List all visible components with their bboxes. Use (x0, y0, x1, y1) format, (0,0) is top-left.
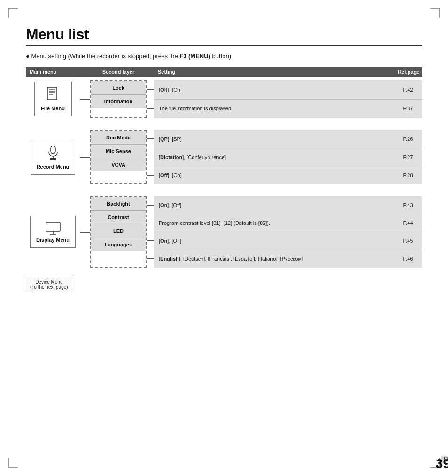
record-menu-section: Record Menu Rec Mode Mic Sense VCVA (26, 130, 422, 184)
display-icon (45, 221, 61, 237)
display-menu-section: Display Menu Backlight Contrast LED Lang… (26, 196, 422, 268)
header-ref: Ref.page (394, 67, 422, 77)
contrast-item: Contrast (91, 211, 146, 224)
bottom-page: 39 (436, 456, 448, 471)
mic-sense-item: Mic Sense (91, 145, 146, 158)
file-menu-section: File Menu Lock Information (26, 80, 422, 118)
title-underline (26, 45, 422, 46)
header-second: Second layer (90, 67, 147, 77)
file-refs: P.42 P.37 (394, 80, 422, 118)
vcva-item: VCVA (91, 158, 146, 171)
file-menu-label: File Menu (41, 106, 65, 111)
file-second-connector (147, 80, 154, 118)
backlight-ref: P.43 (394, 196, 422, 214)
display-refs: P.43 P.44 P.45 P.46 (394, 196, 422, 268)
file-lock-setting: [Off], [On] (154, 80, 394, 100)
rec-mode-setting: [QP], [SP] (154, 130, 394, 148)
display-second-layer: Backlight Contrast LED Languages (90, 196, 147, 268)
svg-rect-5 (51, 146, 55, 154)
display-menu-label: Display Menu (36, 237, 70, 243)
record-menu-box: Record Menu (31, 140, 76, 175)
page-content: Menu list ● Menu setting (While the reco… (26, 26, 422, 450)
file-connector (80, 80, 90, 118)
file-menu-main: File Menu (26, 80, 80, 118)
record-connector (80, 130, 90, 184)
display-menu-box: Display Menu (30, 216, 76, 248)
page-title: Menu list (26, 26, 422, 43)
rec-mode-ref: P.26 (394, 130, 422, 148)
contrast-setting: Program contrast level [01]~[12] (Defaul… (154, 214, 394, 232)
vcva-setting: [Off], [On] (154, 166, 394, 184)
file-menu-box: File Menu (34, 82, 72, 116)
header-bar: Main menu Second layer Setting Ref.page (26, 67, 422, 77)
file-lock-item: Lock (91, 81, 146, 95)
record-settings: [QP], [SP] [Dictation], [Confeuyn.rence]… (154, 130, 394, 184)
mic-sense-ref: P.27 (394, 148, 422, 167)
led-setting: [On], [Off] (154, 232, 394, 250)
header-main: Main menu (26, 67, 80, 77)
record-menu-label: Record Menu (37, 164, 70, 169)
backlight-setting: [On], [Off] (154, 196, 394, 214)
header-setting: Setting (154, 67, 394, 77)
display-settings: [On], [Off] Program contrast level [01]~… (154, 196, 394, 268)
mic-sense-setting: [Dictation], [Confeuyn.rence] (154, 148, 394, 167)
display-menu-main: Display Menu (26, 196, 80, 268)
languages-setting: [English], [Deutsch], [Français], [Españ… (154, 250, 394, 268)
display-connector (80, 196, 90, 268)
led-ref: P.45 (394, 232, 422, 250)
file-info-ref: P.37 (394, 100, 422, 118)
record-refs: P.26 P.27 P.28 (394, 130, 422, 184)
file-lock-ref: P.42 (394, 80, 422, 100)
file-info-setting: The file information is displayed. (154, 100, 394, 118)
corner-mark-bl (8, 458, 18, 468)
file-settings: [Off], [On] The file information is disp… (154, 80, 394, 118)
contrast-ref: P.44 (394, 214, 422, 232)
svg-rect-9 (46, 222, 60, 231)
file-icon (46, 87, 61, 106)
file-second-layer: Lock Information (90, 80, 147, 118)
svg-rect-8 (50, 158, 56, 160)
corner-mark-tl (8, 8, 18, 18)
vcva-ref: P.28 (394, 166, 422, 184)
mic-icon (46, 145, 60, 164)
display-second-connector (147, 196, 154, 268)
rec-mode-item: Rec Mode (91, 131, 146, 145)
record-second-layer: Rec Mode Mic Sense VCVA (90, 130, 147, 184)
backlight-item: Backlight (91, 197, 146, 211)
record-menu-main: Record Menu (26, 130, 80, 184)
file-info-item: Information (91, 95, 146, 108)
languages-item: Languages (91, 238, 146, 251)
led-item: LED (91, 224, 146, 238)
languages-ref: P.46 (394, 250, 422, 268)
device-menu-note: Device Menu(To the next page) (26, 277, 72, 292)
record-second-connector (147, 130, 154, 184)
subtitle: ● Menu setting (While the recorder is st… (26, 53, 422, 60)
corner-mark-tr (430, 8, 440, 18)
